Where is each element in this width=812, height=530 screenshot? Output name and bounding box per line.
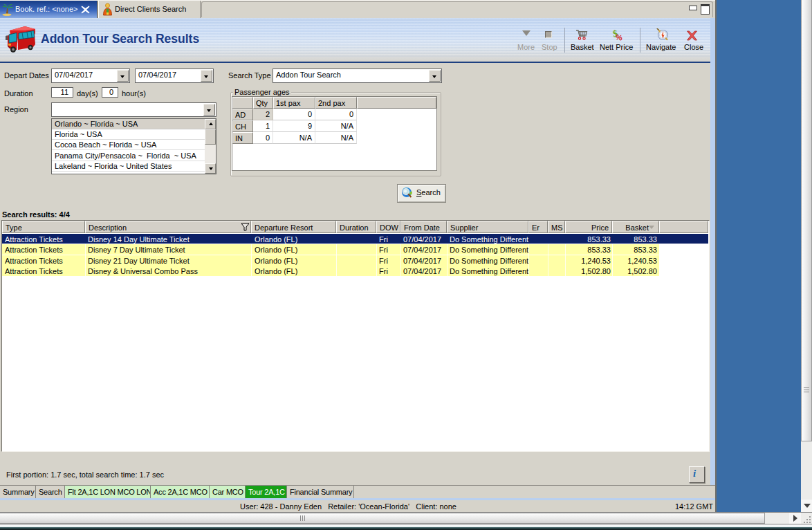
svg-text:%: % [615,33,623,42]
